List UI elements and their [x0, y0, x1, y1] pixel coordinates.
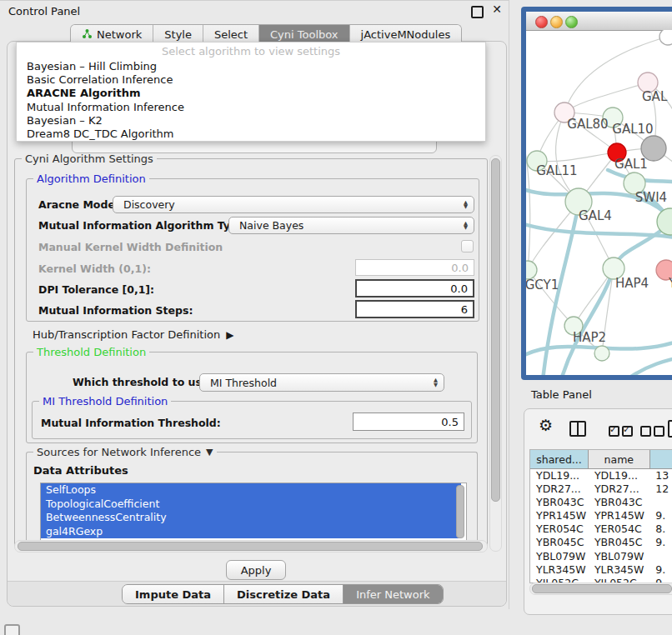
table-cell: YER054C	[530, 522, 589, 536]
table-body: YDL19...YDL19...13YDR27...YDR27...12YBR0…	[530, 469, 672, 583]
checked-boxes-icon[interactable]	[609, 426, 619, 437]
hub-definition-toggle[interactable]: Hub/Transcription Factor Definition ▶	[33, 328, 234, 341]
table-cell: YBR045C	[589, 536, 649, 549]
kernel-width-field[interactable]: 0.0	[355, 259, 474, 276]
table-cell: YBR045C	[530, 536, 589, 549]
mi-threshold-label: Mutual Information Threshold:	[41, 417, 221, 429]
document-icon[interactable]	[668, 420, 672, 438]
dpi-tolerance-field[interactable]: 0.0	[355, 279, 474, 298]
network-icon	[82, 28, 93, 42]
table-cell: YDR27...	[530, 482, 589, 496]
mi-threshold-group: MI Threshold Definition Mutual Informati…	[32, 401, 472, 439]
tab-discretize-data[interactable]: Discretize Data	[223, 585, 343, 603]
split-columns-icon[interactable]	[569, 421, 586, 437]
network-edge[interactable]	[537, 152, 617, 162]
table-row[interactable]: YDR27...YDR27...12	[530, 482, 672, 496]
stepper-icon: ▲▼	[464, 200, 468, 209]
table-horizontal-scrollbar-thumb[interactable]	[532, 584, 672, 593]
settings-horizontal-scrollbar[interactable]	[14, 540, 488, 552]
mi-steps-field[interactable]: 6	[355, 300, 474, 318]
apply-button[interactable]: Apply	[226, 560, 286, 580]
table-panel: ⚙ shared...name YDL19...YDL19...13YDR27.…	[524, 408, 672, 615]
table-cell: YDL19...	[530, 469, 589, 482]
manual-kernel-checkbox[interactable]	[461, 240, 474, 252]
unchecked-boxes-icon[interactable]	[654, 426, 664, 437]
table-row[interactable]: YBR043CYBR043C	[530, 496, 672, 509]
float-window-icon[interactable]	[471, 6, 484, 18]
algorithm-option[interactable]: Bayesian – Hill Climbing	[17, 60, 485, 73]
column-header[interactable]	[650, 450, 672, 468]
network-canvas[interactable]: GALGAL80GAL10GAL1GAL11SWI4GAL4GCY1HAP4YH…	[526, 30, 672, 375]
hub-definition-label: Hub/Transcription Factor Definition	[33, 328, 220, 341]
table-row[interactable]: YBR045CYBR045C9.	[530, 536, 672, 549]
table-cell: YLR345W	[530, 563, 589, 577]
node-table: shared...name YDL19...YDL19...13YDR27...…	[529, 449, 672, 583]
table-cell: YBL079W	[530, 550, 589, 563]
sources-title-row[interactable]: Sources for Network Inference ▼	[33, 446, 217, 458]
table-cell: YBR043C	[589, 496, 649, 509]
network-view-window: GALGAL80GAL10GAL1GAL11SWI4GAL4GCY1HAP4YH…	[521, 7, 672, 380]
settings-vertical-scrollbar-thumb[interactable]	[491, 158, 500, 502]
mi-steps-label: Mutual Information Steps:	[38, 304, 193, 317]
network-edge[interactable]	[526, 130, 530, 270]
table-cell	[649, 550, 672, 563]
node-label: GAL10	[612, 122, 653, 137]
attribute-item[interactable]: TopologicalCoefficient	[41, 498, 461, 512]
settings-vertical-scrollbar[interactable]	[489, 155, 502, 552]
close-icon[interactable]: ✕	[492, 2, 502, 16]
column-header[interactable]: name	[589, 450, 650, 468]
network-node[interactable]	[526, 261, 537, 279]
network-node[interactable]	[594, 346, 609, 361]
zoom-traffic-light[interactable]	[565, 16, 578, 28]
kernel-width-label: Kernel Width (0,1):	[38, 262, 151, 275]
network-window-titlebar[interactable]	[526, 12, 672, 31]
table-row[interactable]: YPR145WYPR145W9.	[530, 509, 672, 522]
mi-type-value: Naive Bayes	[239, 219, 303, 232]
network-edge[interactable]	[626, 355, 672, 375]
close-traffic-light[interactable]	[535, 16, 548, 28]
tab-label: Cyni Toolbox	[270, 28, 339, 41]
status-corner-icon[interactable]	[4, 624, 20, 635]
tab-infer-network[interactable]: Infer Network	[343, 585, 442, 603]
table-header-row: shared...name	[530, 450, 672, 469]
algorithm-option[interactable]: Bayesian – K2	[17, 114, 485, 128]
algorithm-option[interactable]: ARACNE Algorithm	[17, 87, 485, 100]
which-threshold-combo[interactable]: MI Threshold ▲▼	[199, 373, 444, 392]
gear-icon[interactable]: ⚙	[539, 416, 553, 434]
mi-algorithm-type-combo[interactable]: Naive Bayes ▲▼	[228, 217, 474, 234]
table-cell: YPR145W	[530, 509, 589, 522]
table-row[interactable]: YLR345WYLR345W9.	[530, 563, 672, 577]
table-cell: YDR27...	[589, 482, 649, 496]
tab-impute-data[interactable]: Impute Data	[123, 585, 223, 603]
attribute-item[interactable]: gal4RGexp	[41, 525, 461, 539]
aracne-mode-combo[interactable]: Discovery ▲▼	[113, 196, 474, 213]
data-attributes-list: SelfLoopsTopologicalCoefficientBetweenne…	[40, 482, 467, 542]
table-cell: YLR345W	[589, 563, 649, 577]
control-panel-window: Control Panel ✕ NetworkStyleSelectCyni T…	[0, 0, 509, 609]
unchecked-boxes-icon[interactable]	[640, 426, 651, 437]
algorithm-option[interactable]: Dream8 DC_TDC Algorithm	[17, 128, 485, 141]
table-row[interactable]: YBL079WYBL079W	[530, 550, 672, 563]
algorithm-option[interactable]: Basic Correlation Inference	[17, 73, 485, 87]
minimize-traffic-light[interactable]	[550, 16, 563, 28]
attributes-scrollbar[interactable]	[456, 485, 464, 538]
tab-label: jActiveMNodules	[361, 28, 451, 41]
stepper-icon: ▲▼	[464, 221, 468, 230]
mi-threshold-field[interactable]: 0.5	[353, 412, 464, 431]
column-header[interactable]: shared...	[530, 450, 589, 468]
attribute-item[interactable]: BetweennessCentrality	[41, 511, 461, 525]
settings-horizontal-scrollbar-thumb[interactable]	[18, 542, 483, 551]
checked-boxes-icon[interactable]	[622, 426, 633, 437]
attribute-item[interactable]: SelfLoops	[41, 483, 461, 498]
data-attributes-label: Data Attributes	[33, 464, 128, 477]
network-edge[interactable]	[564, 82, 648, 112]
table-horizontal-scrollbar[interactable]	[529, 582, 672, 593]
cyni-toolbox-panel: Select algorithm to view settings Bayesi…	[7, 41, 507, 607]
table-row[interactable]: YER054CYER054C8.	[530, 522, 672, 536]
table-row[interactable]: YDL19...YDL19...13	[530, 469, 672, 482]
algorithm-combo-placeholder[interactable]: Select algorithm to view settings	[17, 45, 485, 58]
algorithm-option[interactable]: Mutual Information Inference	[17, 101, 485, 114]
network-node[interactable]	[659, 30, 672, 45]
table-cell: 8.	[649, 522, 672, 536]
node-label: GCY1	[526, 278, 559, 292]
